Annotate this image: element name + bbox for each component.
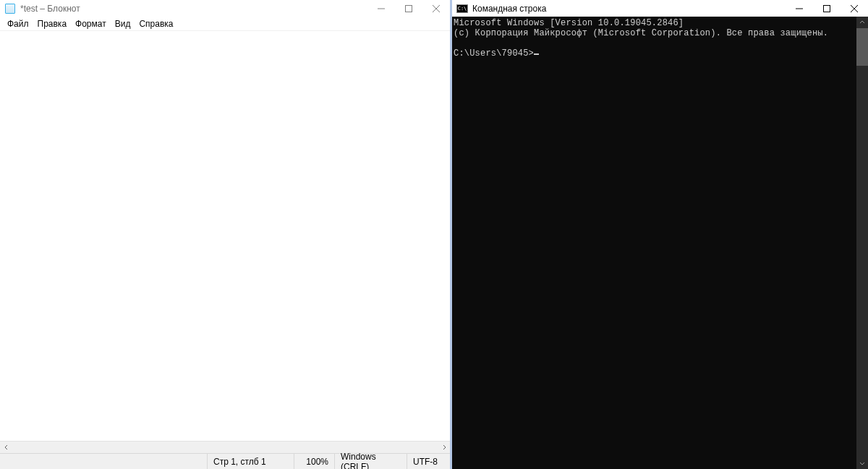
window-controls xyxy=(786,0,868,17)
status-encoding: UTF-8 xyxy=(407,454,450,469)
scroll-right-icon[interactable] xyxy=(438,442,450,454)
notepad-titlebar[interactable]: *test – Блокнот xyxy=(0,0,450,17)
minimize-button[interactable] xyxy=(786,0,813,17)
status-position: Стр 1, стлб 1 xyxy=(207,454,294,469)
scroll-thumb[interactable] xyxy=(856,28,868,66)
cmd-title: Командная строка xyxy=(472,3,786,14)
maximize-button[interactable] xyxy=(395,0,422,17)
notepad-editor-region xyxy=(0,31,450,441)
terminal-output[interactable]: Microsoft Windows [Version 10.0.19045.28… xyxy=(452,17,856,469)
status-zoom: 100% xyxy=(294,454,334,469)
menu-bar: Файл Правка Формат Вид Справка xyxy=(0,17,450,31)
menu-format[interactable]: Формат xyxy=(71,17,111,30)
window-controls xyxy=(367,0,450,17)
scroll-up-icon[interactable] xyxy=(856,17,868,28)
minimize-button[interactable] xyxy=(367,0,395,17)
svg-rect-1 xyxy=(824,5,830,12)
menu-file[interactable]: Файл xyxy=(3,17,33,30)
terminal-cursor xyxy=(534,53,539,55)
menu-view[interactable]: Вид xyxy=(111,17,135,30)
scroll-down-icon[interactable] xyxy=(856,457,868,469)
close-button[interactable] xyxy=(841,0,868,17)
cmd-body[interactable]: Microsoft Windows [Version 10.0.19045.28… xyxy=(452,17,868,469)
terminal-line: (c) Корпорация Майкрософт (Microsoft Cor… xyxy=(454,28,828,38)
notepad-window: *test – Блокнот Файл Правка Формат Вид С… xyxy=(0,0,452,469)
terminal-prompt: C:\Users\79045> xyxy=(454,48,534,59)
notepad-text-input[interactable] xyxy=(0,31,450,441)
scroll-left-icon[interactable] xyxy=(0,442,12,454)
menu-edit[interactable]: Правка xyxy=(33,17,72,30)
notepad-icon xyxy=(4,3,16,14)
notepad-title: *test – Блокнот xyxy=(20,3,367,14)
maximize-button[interactable] xyxy=(813,0,841,17)
cmd-window: C:\ Командная строка Microsoft Windows [… xyxy=(452,0,868,469)
cmd-icon: C:\ xyxy=(456,3,468,14)
close-button[interactable] xyxy=(422,0,450,17)
menu-help[interactable]: Справка xyxy=(135,17,177,30)
vertical-scrollbar[interactable] xyxy=(856,17,868,469)
svg-rect-0 xyxy=(406,5,412,12)
terminal-line: Microsoft Windows [Version 10.0.19045.28… xyxy=(454,18,684,28)
status-line-ending: Windows (CRLF) xyxy=(334,454,407,469)
status-bar: Стр 1, стлб 1 100% Windows (CRLF) UTF-8 xyxy=(0,453,450,469)
cmd-titlebar[interactable]: C:\ Командная строка xyxy=(452,0,868,17)
